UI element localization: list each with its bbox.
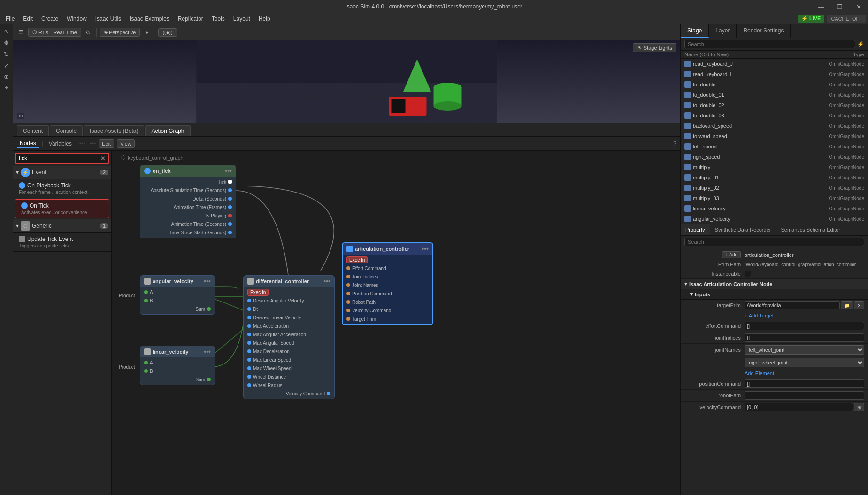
on-tick-menu[interactable]: ••• bbox=[225, 167, 232, 175]
filter-icon[interactable]: ⚡ bbox=[857, 41, 864, 47]
menu-window[interactable]: Window bbox=[63, 15, 91, 23]
stage-item[interactable]: backward_speed OmniGraphNode bbox=[681, 121, 868, 131]
joint-names-select-2[interactable]: right_wheel_joint bbox=[745, 358, 864, 367]
tab-console[interactable]: Console bbox=[50, 125, 83, 136]
tab-semantics[interactable]: Semantics Schema Editor bbox=[776, 224, 845, 235]
stage-item[interactable]: multiply_02 OmniGraphNode bbox=[681, 183, 868, 193]
menu-create[interactable]: Create bbox=[38, 15, 62, 23]
tab-content[interactable]: Content bbox=[17, 125, 49, 136]
stage-item[interactable]: to_double_01 OmniGraphNode bbox=[681, 90, 868, 100]
artic-menu[interactable]: ••• bbox=[422, 245, 429, 253]
restore-button[interactable]: ❐ bbox=[830, 0, 849, 13]
transform-tool[interactable]: ⊕ bbox=[1, 71, 12, 82]
add-button[interactable]: + Add bbox=[722, 251, 741, 258]
node-on-tick[interactable]: On Tick Activates exec...or convenience bbox=[15, 199, 109, 218]
close-button[interactable]: ✕ bbox=[849, 0, 868, 13]
menu-isaac-examples[interactable]: Isaac Examples bbox=[126, 15, 173, 23]
stage-item[interactable]: left_speed OmniGraphNode bbox=[681, 141, 868, 152]
stage-item[interactable]: multiply_01 OmniGraphNode bbox=[681, 172, 868, 183]
node-articulation-controller[interactable]: articulation_controller ••• Exec In Effo… bbox=[342, 242, 433, 325]
menu-help[interactable]: Help bbox=[255, 15, 274, 23]
angular-menu[interactable]: ••• bbox=[204, 278, 211, 285]
tab-render-settings[interactable]: Render Settings bbox=[737, 24, 791, 38]
camera-settings-tool[interactable]: ⛭ bbox=[83, 27, 93, 38]
stage-item[interactable]: to_double OmniGraphNode bbox=[681, 79, 868, 90]
prop-section-artic[interactable]: ▾ Isaac Articulation Controller Node bbox=[681, 279, 868, 289]
live-badge: ⚡ LIVE bbox=[798, 15, 825, 23]
tab-isaac-assets[interactable]: Isaac Assets (Beta) bbox=[84, 125, 144, 136]
category-event[interactable]: ▾ ⚡ Event 2 bbox=[13, 166, 111, 179]
node-on-playback-tick[interactable]: On Playback Tick For each frame ...ecuti… bbox=[13, 179, 111, 198]
stage-item[interactable]: forward_speed OmniGraphNode bbox=[681, 131, 868, 141]
linear-menu[interactable]: ••• bbox=[204, 348, 211, 356]
tab-layer[interactable]: Layer bbox=[709, 24, 737, 38]
joint-names-select-1[interactable]: left_wheel_joint bbox=[745, 345, 864, 355]
exec-in-artic-btn[interactable]: Exec In bbox=[346, 256, 368, 263]
stage-item[interactable]: read_keyboard_L OmniGraphNode bbox=[681, 69, 868, 79]
prop-inputs-section[interactable]: ▾ Inputs bbox=[681, 289, 868, 300]
stage-item[interactable]: read_keyboard_J OmniGraphNode bbox=[681, 59, 868, 69]
node-differential-controller[interactable]: differential_controller ••• Exec In Desi… bbox=[243, 275, 335, 399]
target-prim-input[interactable] bbox=[745, 301, 840, 309]
node-update-tick[interactable]: Update Tick Event Triggers on update tic… bbox=[13, 233, 111, 252]
audio-button[interactable]: ((●)) bbox=[158, 28, 177, 37]
view-button[interactable]: View bbox=[117, 139, 135, 148]
menu-edit[interactable]: Edit bbox=[19, 15, 37, 23]
stage-item[interactable]: multiply OmniGraphNode bbox=[681, 162, 868, 172]
category-generic[interactable]: ▾ ⬡ Generic 1 bbox=[13, 219, 111, 233]
menu-isaac-utils[interactable]: Isaac Utils bbox=[92, 15, 125, 23]
snap-tool[interactable]: ⌖ bbox=[1, 83, 12, 93]
vel-cmd-input[interactable] bbox=[745, 403, 853, 411]
stage-search-input[interactable] bbox=[684, 40, 855, 48]
settings-tool[interactable]: ☰ bbox=[16, 27, 26, 38]
tab-variables[interactable]: Variables bbox=[46, 139, 75, 148]
node-search-input[interactable] bbox=[15, 153, 109, 164]
pos-cmd-input[interactable] bbox=[745, 379, 864, 388]
instanceable-checkbox[interactable] bbox=[745, 271, 751, 277]
rtx-mode-button[interactable]: ⬡ RTX - Real-Time bbox=[28, 28, 81, 37]
vel-cmd-expand-btn[interactable]: ⊞ bbox=[854, 403, 864, 411]
robot-path-input[interactable] bbox=[745, 391, 864, 400]
node-icon-lv bbox=[684, 205, 691, 212]
minimize-button[interactable]: — bbox=[812, 0, 830, 13]
stage-lights-button[interactable]: ☀ Stage Lights bbox=[633, 43, 676, 52]
add-element-button[interactable]: Add Element bbox=[745, 370, 774, 377]
stage-item[interactable]: linear_velocity OmniGraphNode bbox=[681, 203, 868, 214]
stage-item[interactable]: right_speed OmniGraphNode bbox=[681, 152, 868, 162]
perspective-button[interactable]: ◈ Perspective bbox=[100, 28, 140, 37]
joint-idx-input[interactable] bbox=[745, 333, 864, 342]
tab-stage[interactable]: Stage bbox=[681, 24, 709, 38]
node-on-tick-graph[interactable]: on_tick ••• Tick Absolute Simulation Tim… bbox=[140, 165, 236, 238]
help-button[interactable]: ? bbox=[673, 140, 676, 147]
target-prim-folder-btn[interactable]: 📁 bbox=[841, 301, 853, 309]
menu-tools[interactable]: Tools bbox=[208, 15, 229, 23]
target-prim-clear-btn[interactable]: ✕ bbox=[854, 301, 864, 309]
view-settings-tool[interactable]: ▸ bbox=[142, 27, 152, 38]
add-target-button[interactable]: + Add Target... bbox=[745, 312, 778, 319]
tab-property[interactable]: Property bbox=[681, 224, 710, 235]
edit-button[interactable]: Edit bbox=[99, 139, 114, 148]
node-angular-velocity[interactable]: angular_velocity ••• A B bbox=[140, 275, 215, 315]
menu-layout[interactable]: Layout bbox=[230, 15, 254, 23]
menu-replicator[interactable]: Replicator bbox=[174, 15, 207, 23]
clear-search-button[interactable]: ✕ bbox=[100, 155, 106, 162]
stage-item[interactable]: to_double_03 OmniGraphNode bbox=[681, 110, 868, 121]
diff-menu[interactable]: ••• bbox=[323, 278, 330, 285]
tab-synthetic-data[interactable]: Synthetic Data Recorder bbox=[710, 224, 776, 235]
prop-search-input[interactable] bbox=[684, 238, 864, 246]
node-linear-velocity[interactable]: linear_velocity ••• A B bbox=[140, 346, 215, 385]
stage-item[interactable]: multiply_03 OmniGraphNode bbox=[681, 193, 868, 203]
graph-canvas[interactable]: ⬡ keyboard_control_graph bbox=[112, 151, 680, 495]
menu-file[interactable]: File bbox=[2, 15, 18, 23]
stage-item[interactable]: to_double_02 OmniGraphNode bbox=[681, 100, 868, 110]
scale-tool[interactable]: ⤢ bbox=[1, 60, 12, 70]
select-tool[interactable]: ↖ bbox=[1, 26, 12, 37]
effort-input[interactable] bbox=[745, 322, 864, 330]
stage-item[interactable]: angular_velocity OmniGraphNode bbox=[681, 214, 868, 224]
tab-action-graph[interactable]: Action Graph bbox=[145, 125, 190, 136]
tab-nodes[interactable]: Nodes bbox=[17, 139, 39, 148]
port-wheel-radius: Wheel Radius bbox=[244, 381, 334, 389]
exec-in-diff-btn[interactable]: Exec In bbox=[247, 289, 269, 296]
rotate-tool[interactable]: ↻ bbox=[1, 49, 12, 59]
move-tool[interactable]: ✥ bbox=[1, 38, 12, 48]
